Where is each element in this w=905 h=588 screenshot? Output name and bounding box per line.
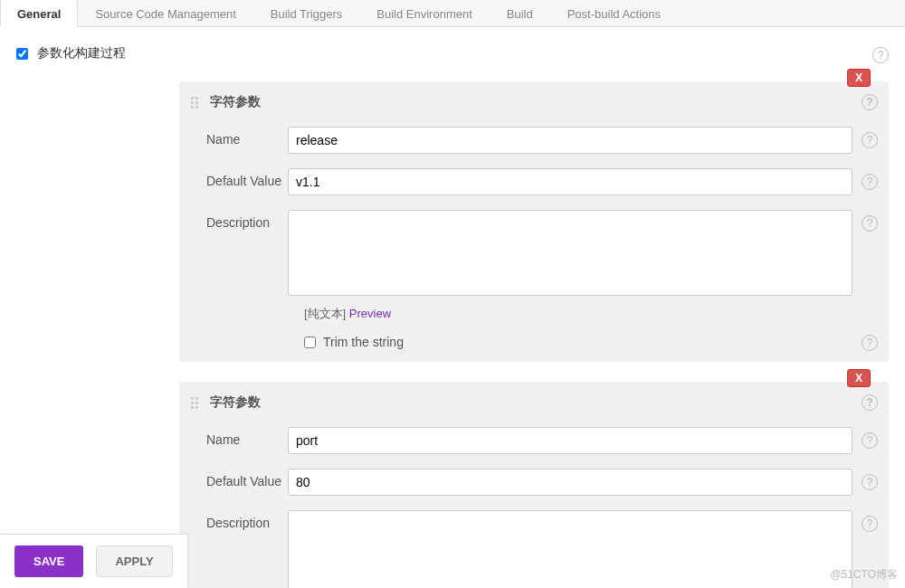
- trim-row: Trim the string?: [304, 335, 878, 349]
- parameterize-label: 参数化构建过程: [37, 45, 126, 62]
- form-row: Description?: [206, 510, 878, 588]
- help-icon[interactable]: ?: [862, 516, 878, 532]
- watermark-text: @51CTO博客: [830, 567, 898, 583]
- bottom-action-bar: SAVE APPLY: [0, 534, 188, 588]
- field-control: [288, 427, 853, 454]
- form-row: Default Value?: [206, 168, 878, 195]
- tab-source-code-management[interactable]: Source Code Management: [78, 0, 252, 26]
- field-label: Default Value: [206, 469, 288, 488]
- field-label: Default Value: [206, 168, 288, 188]
- description-footer: [纯文本] Preview: [304, 306, 878, 322]
- help-icon[interactable]: ?: [862, 335, 878, 351]
- help-icon[interactable]: ?: [862, 394, 878, 411]
- delete-parameter-button[interactable]: X: [847, 69, 871, 87]
- save-button[interactable]: SAVE: [14, 545, 83, 577]
- field-control: [288, 127, 853, 154]
- tab-build-environment[interactable]: Build Environment: [359, 0, 490, 26]
- description-textarea[interactable]: [288, 210, 853, 296]
- tab-build-triggers[interactable]: Build Triggers: [253, 0, 359, 26]
- field-label: Name: [206, 427, 288, 447]
- help-icon[interactable]: ?: [862, 432, 878, 449]
- field-control: [288, 210, 853, 299]
- default-value-input[interactable]: [288, 469, 853, 496]
- parameters-container: X字符参数?Name?Default Value?Description?[纯文…: [16, 81, 889, 588]
- help-icon[interactable]: ?: [862, 215, 878, 232]
- form-row: Description?: [206, 210, 878, 299]
- parameterize-row: 参数化构建过程 ?: [16, 45, 889, 62]
- trim-checkbox[interactable]: [304, 337, 316, 348]
- form-row: Default Value?: [206, 469, 878, 496]
- delete-parameter-button[interactable]: X: [847, 369, 871, 387]
- form-row: Name?: [206, 427, 878, 454]
- tab-post-build-actions[interactable]: Post-build Actions: [550, 0, 678, 26]
- field-control: [288, 510, 853, 588]
- description-textarea[interactable]: [288, 510, 853, 588]
- trim-label: Trim the string: [323, 335, 404, 349]
- default-value-input[interactable]: [288, 168, 853, 195]
- drag-handle-icon[interactable]: [190, 96, 203, 109]
- help-icon[interactable]: ?: [862, 474, 878, 490]
- help-icon[interactable]: ?: [872, 47, 889, 63]
- name-input[interactable]: [288, 127, 853, 154]
- help-icon[interactable]: ?: [862, 174, 878, 190]
- preview-link[interactable]: Preview: [349, 307, 391, 320]
- plain-text-label: [纯文本]: [304, 307, 346, 320]
- field-label: Name: [206, 127, 288, 147]
- string-parameter-block: X字符参数?Name?Default Value?Description?: [179, 382, 889, 588]
- parameter-header: 字符参数?: [190, 94, 878, 110]
- content-area: 参数化构建过程 ? X字符参数?Name?Default Value?Descr…: [0, 27, 905, 588]
- tab-general[interactable]: General: [0, 0, 78, 27]
- field-control: [288, 469, 853, 496]
- parameter-title: 字符参数: [210, 394, 261, 411]
- parameter-title: 字符参数: [210, 94, 261, 110]
- config-tabs: GeneralSource Code ManagementBuild Trigg…: [0, 0, 905, 27]
- parameterize-checkbox[interactable]: [16, 48, 28, 60]
- field-control: [288, 168, 853, 195]
- name-input[interactable]: [288, 427, 853, 454]
- drag-handle-icon[interactable]: [190, 396, 203, 409]
- form-row: Name?: [206, 127, 878, 154]
- tab-build[interactable]: Build: [490, 0, 550, 26]
- field-label: Description: [206, 510, 288, 530]
- apply-button[interactable]: APPLY: [96, 545, 172, 577]
- help-icon[interactable]: ?: [862, 132, 878, 148]
- field-label: Description: [206, 210, 288, 230]
- parameter-header: 字符参数?: [190, 394, 878, 411]
- help-icon[interactable]: ?: [862, 94, 878, 110]
- string-parameter-block: X字符参数?Name?Default Value?Description?[纯文…: [179, 81, 889, 362]
